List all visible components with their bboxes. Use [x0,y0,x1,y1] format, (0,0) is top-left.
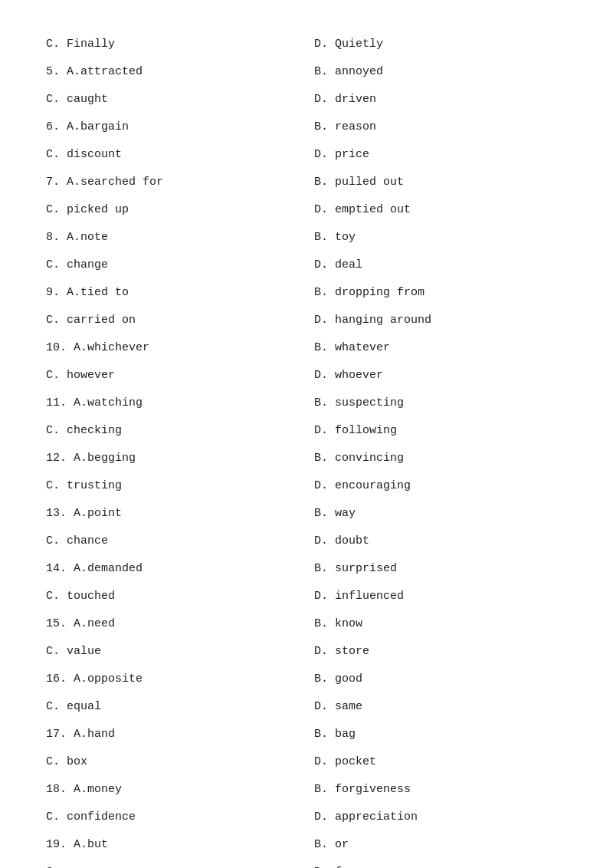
left-item-5: 7. A.searched for [46,169,299,196]
right-item-14: D. following [314,417,567,445]
left-item-7: 8. A.note [46,224,299,252]
right-item-30: D. for [314,859,567,868]
right-item-8: D. deal [314,252,567,279]
left-item-12: C. however [46,362,299,390]
left-item-10: C. carried on [46,307,299,334]
right-item-0: D. Quietly [314,31,567,58]
right-item-18: D. doubt [314,528,567,555]
right-item-4: D. price [314,141,567,169]
right-item-20: D. influenced [314,583,567,610]
right-item-3: B. reason [314,113,567,141]
left-item-3: 6. A.bargain [46,113,299,141]
left-item-14: C. checking [46,417,299,445]
left-item-6: C. picked up [46,196,299,224]
right-item-16: D. encouraging [314,472,567,500]
right-item-7: B. toy [314,224,567,252]
left-item-11: 10. A.whichever [46,334,299,362]
right-item-27: B. forgiveness [314,776,567,804]
right-item-28: D. appreciation [314,804,567,831]
right-item-24: D. same [314,693,567,721]
right-item-11: B. whatever [314,334,567,362]
left-item-30: C. so [46,859,299,868]
left-item-9: 9. A.tied to [46,279,299,307]
right-item-1: B. annoyed [314,58,567,86]
left-item-2: C. caught [46,86,299,113]
left-item-16: C. trusting [46,472,299,500]
left-item-20: C. touched [46,583,299,610]
left-item-22: C. value [46,638,299,666]
right-item-22: D. store [314,638,567,666]
left-item-18: C. chance [46,528,299,555]
left-item-4: C. discount [46,141,299,169]
left-item-25: 17. A.hand [46,721,299,748]
right-item-21: B. know [314,610,567,638]
right-item-9: B. dropping from [314,279,567,307]
left-item-0: C. Finally [46,31,299,58]
left-item-23: 16. A.opposite [46,666,299,693]
left-item-19: 14. A.demanded [46,555,299,583]
left-item-13: 11. A.watching [46,390,299,417]
right-item-26: D. pocket [314,748,567,776]
left-item-28: C. confidence [46,804,299,831]
right-item-19: B. surprised [314,555,567,583]
left-item-15: 12. A.begging [46,445,299,472]
right-item-17: B. way [314,500,567,528]
left-item-29: 19. A.but [46,831,299,859]
left-item-27: 18. A.money [46,776,299,804]
left-item-8: C. change [46,252,299,279]
question-grid: C. FinallyD. Quietly5. A.attractedB. ann… [46,31,567,868]
left-item-26: C. box [46,748,299,776]
right-item-25: B. bag [314,721,567,748]
left-item-1: 5. A.attracted [46,58,299,86]
left-item-24: C. equal [46,693,299,721]
right-item-5: B. pulled out [314,169,567,196]
left-item-21: 15. A.need [46,610,299,638]
right-item-10: D. hanging around [314,307,567,334]
right-item-29: B. or [314,831,567,859]
right-item-23: B. good [314,666,567,693]
right-item-12: D. whoever [314,362,567,390]
right-item-2: D. driven [314,86,567,113]
left-item-17: 13. A.point [46,500,299,528]
right-item-15: B. convincing [314,445,567,472]
right-item-13: B. suspecting [314,390,567,417]
right-item-6: D. emptied out [314,196,567,224]
